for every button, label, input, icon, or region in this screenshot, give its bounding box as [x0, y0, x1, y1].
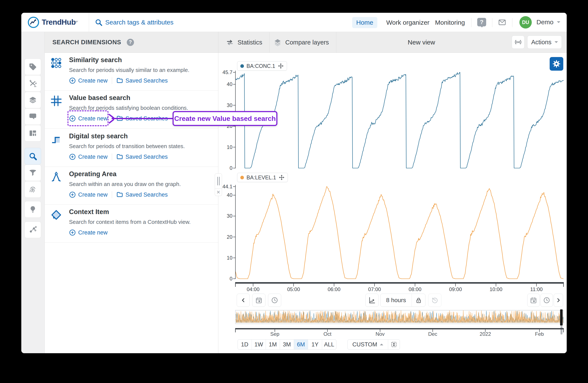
rail-search-icon[interactable] [24, 148, 41, 164]
dimension-title: Similarity search [69, 56, 122, 64]
time-axis-label: 10:00 [485, 287, 507, 292]
actions-button[interactable]: Actions [527, 36, 562, 49]
tag-pill-label: BA:LEVEL.1 [247, 174, 276, 181]
fit-screen-icon [390, 341, 398, 348]
panel-help-icon[interactable]: ? [127, 39, 134, 46]
pan-left-button[interactable] [237, 294, 250, 307]
y-axis-label: 40 [218, 81, 232, 87]
rail-formula-icon[interactable] [24, 75, 41, 92]
rail-bulb-icon[interactable] [24, 201, 41, 218]
dimension-description: Search for periods of transition between… [69, 143, 185, 150]
lock-duration-button[interactable] [412, 294, 425, 306]
view-title: New view [408, 32, 435, 53]
panel-title: SEARCH DIMENSIONS [52, 39, 121, 46]
y-axis-label: 30 [218, 102, 232, 108]
custom-range-button[interactable]: CUSTOM [348, 340, 388, 349]
end-time-button[interactable] [541, 294, 553, 307]
series-color-dot [240, 176, 244, 179]
create-new-link[interactable]: Create new [69, 229, 107, 236]
range-button-1y[interactable]: 1Y [308, 340, 322, 349]
search-icon [95, 18, 103, 26]
time-axis-label: 04:00 [242, 287, 264, 292]
saved-searches-link[interactable]: Saved Searches [116, 191, 168, 198]
create-new-link[interactable]: Create new [69, 191, 107, 198]
folder-icon [116, 191, 123, 198]
tag-pill-label: BA:CONC.1 [247, 63, 275, 69]
overview-scroll-handle[interactable] [559, 308, 565, 336]
tag-pill-conc[interactable]: BA:CONC.1 [237, 61, 287, 71]
value-based-search-icon [51, 95, 62, 106]
history-back-button[interactable] [428, 294, 441, 307]
overview-month-label: 2022 [475, 331, 496, 337]
statistics-icon [226, 38, 234, 47]
panel-close-icon[interactable]: ✕ [215, 189, 222, 196]
tab-work-organizer[interactable]: Work organizer [382, 17, 434, 28]
rail-filter-icon[interactable] [24, 164, 41, 181]
caret-up-icon [380, 342, 383, 345]
drag-grip-icon[interactable] [215, 173, 222, 189]
range-button-6m[interactable]: 6M [294, 340, 308, 349]
rail-fingerprint-icon[interactable] [24, 181, 41, 198]
move-icon[interactable] [278, 63, 284, 69]
dimension-title: Value based search [69, 94, 130, 102]
folder-icon [116, 153, 123, 160]
time-axis-label: 06:00 [323, 287, 345, 292]
start-date-button[interactable] [252, 294, 265, 307]
end-date-button[interactable] [527, 294, 540, 307]
chart-canvas[interactable]: 45.7403020100 44.1403020100 04:0005:0006… [218, 53, 567, 353]
rail-layers-icon[interactable] [24, 92, 41, 108]
trend-plot [218, 53, 567, 353]
help-button[interactable]: ? [477, 18, 486, 26]
plus-circle-icon [69, 191, 76, 198]
tab-home[interactable]: Home [352, 17, 377, 28]
range-button-1w[interactable]: 1W [252, 340, 266, 349]
user-menu-caret-icon[interactable] [557, 21, 560, 25]
y-axis-label: 0 [218, 276, 232, 282]
digital-step-search-icon [51, 134, 62, 145]
y-axis-label: 45.7 [218, 69, 232, 75]
rail-comment-icon[interactable] [24, 108, 41, 125]
range-button-1m[interactable]: 1M [266, 340, 280, 349]
app-switcher-caret-icon[interactable] [75, 21, 78, 25]
panel-resize-handle[interactable]: ✕ [215, 173, 222, 196]
duration-label[interactable]: 8 hours [380, 294, 412, 306]
annotation-highlight-box [67, 110, 108, 126]
create-new-link[interactable]: Create new [69, 153, 107, 160]
scale-mode-button[interactable] [365, 294, 378, 307]
create-new-link[interactable]: Create new [69, 77, 107, 84]
compare-layers-button[interactable]: Compare layers [266, 32, 336, 53]
user-name[interactable]: Demo [536, 19, 553, 26]
app-title: TrendHub [42, 18, 76, 26]
panel-header: SEARCH DIMENSIONS ? [45, 32, 218, 53]
range-button-group: 1D1W1M3M6M1YALL [237, 339, 336, 350]
divider [492, 18, 492, 27]
saved-searches-link[interactable]: Saved Searches [116, 153, 168, 160]
time-axis-label: 09:00 [445, 287, 466, 292]
chart-settings-button[interactable] [550, 57, 563, 71]
rail-network-icon[interactable] [24, 222, 41, 238]
fit-range-button[interactable] [388, 340, 400, 349]
divider [112, 77, 112, 84]
time-axis-label: 05:00 [283, 287, 304, 292]
annotation-callout: Create new Value based search [172, 111, 277, 126]
range-button-1d[interactable]: 1D [238, 340, 252, 349]
dimension-description: Search within an area you draw on the gr… [69, 181, 181, 188]
range-button-3m[interactable]: 3M [280, 340, 294, 349]
range-button-all[interactable]: ALL [322, 340, 336, 349]
y-axis-label: 20 [218, 234, 232, 240]
move-icon[interactable] [279, 174, 285, 180]
plus-circle-icon [69, 77, 76, 84]
tag-pill-level[interactable]: BA:LEVEL.1 [237, 173, 288, 182]
mail-icon[interactable] [498, 18, 507, 27]
divider [512, 18, 512, 27]
tab-monitoring[interactable]: Monitoring [431, 17, 469, 28]
avatar[interactable]: DU [519, 16, 532, 29]
saved-searches-link[interactable]: Saved Searches [116, 77, 168, 84]
search-input[interactable] [105, 17, 289, 28]
rail-dashboard-icon[interactable] [24, 125, 41, 141]
rail-tag-icon[interactable] [24, 58, 41, 75]
pan-right-button[interactable] [554, 294, 563, 307]
start-time-button[interactable] [268, 294, 281, 307]
live-broadcast-button[interactable] [512, 36, 525, 49]
statistics-button[interactable]: Statistics [218, 32, 270, 53]
